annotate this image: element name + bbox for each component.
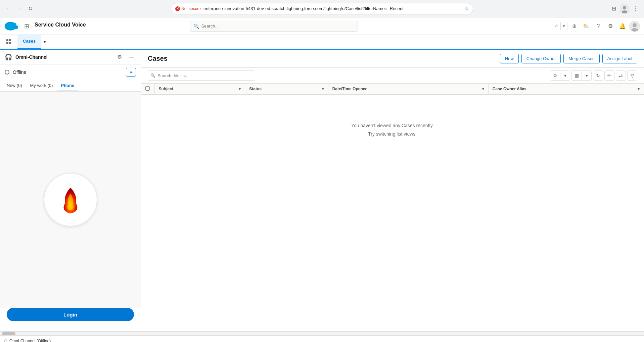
reload-button[interactable]: ↻ [26,4,35,13]
search-input[interactable] [190,21,358,32]
omni-status-dropdown-button[interactable]: ▾ [126,68,136,77]
add-button[interactable]: ⊕ [569,21,580,32]
omni-tab-my-work-label: My work (0) [30,83,53,88]
empty-state-line2: Try switching list views. [368,130,417,138]
nav-apps-button[interactable] [4,37,15,48]
chrome-user-avatar[interactable] [620,4,629,13]
address-bar[interactable]: ✕ Not secure enterprise-innovation-5431-… [171,3,473,14]
settings-button[interactable]: ⚙ [605,21,616,32]
select-all-checkbox[interactable] [145,86,150,91]
empty-state-line1: You haven't viewed any Cases recently. [351,121,434,130]
grid-view-dropdown[interactable]: ▾ [582,70,592,81]
empty-state: You haven't viewed any Cases recently. T… [141,95,644,165]
svg-rect-11 [9,42,11,44]
omni-content-area [0,92,141,308]
omni-tab-new[interactable]: New (0) [3,80,26,91]
omni-login-button[interactable]: Login [7,308,134,321]
th-status[interactable]: Status ▾ [245,84,328,95]
omni-channel-status-item[interactable]: Omni-Channel (Offline) [4,339,51,342]
nav-tab-cases[interactable]: Cases [17,34,41,49]
back-button[interactable]: ← [4,4,13,13]
assign-label-label: Assign Label [607,56,632,61]
th-status-label: Status [249,87,262,91]
refresh-button[interactable]: ↻ [593,70,603,81]
chrome-menu-button[interactable]: ⋮ [631,4,640,13]
svg-rect-10 [6,42,8,44]
favorites-button[interactable]: ☆ [552,22,561,30]
filter-button[interactable]: ▽ [627,70,637,81]
list-search[interactable]: 🔍 [148,70,255,81]
table-header-row: Subject ▾ Status ▾ Date/ [141,84,644,95]
list-search-input[interactable] [148,70,255,81]
list-settings-dropdown[interactable]: ▾ [560,70,570,81]
sort-status-icon: ▾ [322,87,324,91]
url-text: enterprise-innovation-5431-dev-ed.scratc… [203,6,462,11]
nav-more-button[interactable]: ▾ [41,34,49,49]
status-bar: Omni-Channel (Offline) [0,335,644,342]
omni-channel-panel: Cases 🎧 Omni-Channel ⚙ — Offline ▾ New (… [0,50,141,331]
not-secure-icon: ✕ [175,6,180,11]
th-date-opened[interactable]: Date/Time Opened ▾ [328,84,488,95]
grid-view-button[interactable]: ▦ [571,70,582,81]
list-toolbar: 🔍 ⚙ ▾ ▦ ▾ ↻ ✏ ⇄ ▽ [141,68,644,84]
omni-login-label: Login [63,312,77,317]
omni-tab-phone[interactable]: Phone [57,80,78,91]
browser-chrome: ← → ↻ ✕ Not secure enterprise-innovation… [0,0,644,17]
omni-settings-button[interactable]: ⚙ [115,53,124,61]
salesforce-logo [4,20,20,32]
notifications-button[interactable]: 🔔 [617,21,628,32]
search-icon: 🔍 [193,23,199,29]
sort-owner-icon: ▾ [638,87,640,91]
omni-tabs: New (0) My work (0) Phone [0,80,141,92]
global-search[interactable]: 🔍 [190,21,358,32]
extensions-button[interactable]: ⊞ [609,4,618,13]
edit-button[interactable]: ✏ [604,70,614,81]
scroll-bar[interactable] [0,331,644,335]
favorites-dropdown-button[interactable]: ▾ [561,22,567,30]
offline-status-dot [4,339,7,342]
main-content: Cases 🎧 Omni-Channel ⚙ — Offline ▾ New (… [0,50,644,331]
nav-tab-cases-label: Cases [23,39,36,44]
user-avatar[interactable] [629,21,640,32]
svg-point-12 [66,210,75,213]
favorites-group: ☆ ▾ [552,22,567,30]
omni-tab-my-work[interactable]: My work (0) [26,80,57,91]
not-secure-label: Not secure [181,6,201,11]
omni-status-row: Offline ▾ [0,64,141,80]
change-owner-button[interactable]: Change Owner [521,54,561,63]
view-button-group: ▦ ▾ [571,70,592,81]
help-setup-button[interactable]: ⛅ [581,21,592,32]
assign-label-button[interactable]: Assign Label [602,54,637,63]
cases-table: Subject ▾ Status ▾ Date/ [141,84,644,331]
list-settings-button[interactable]: ⚙ [550,70,560,81]
cases-list-content: Cases New Change Owner Merge Cases Assig… [141,50,644,331]
list-search-icon: 🔍 [150,73,155,78]
omni-tab-phone-label: Phone [61,83,74,88]
header-actions: ☆ ▾ ⊕ ⛅ ? ⚙ 🔔 [552,21,640,32]
merge-cases-button[interactable]: Merge Cases [563,54,599,63]
th-subject[interactable]: Subject ▾ [154,84,245,95]
omni-status-text: Offline [13,69,126,75]
app-name: Service Cloud Voice [35,22,86,28]
apps-grid-button[interactable]: ⊞ [24,22,29,30]
new-button[interactable]: New [500,54,519,63]
sync-button[interactable]: ⇄ [616,70,626,81]
omni-channel-status-label: Omni-Channel (Offline) [9,339,51,342]
th-case-owner-alias-label: Case Owner Alias [493,87,526,91]
omni-tab-new-label: New (0) [7,83,22,88]
svg-rect-9 [9,39,11,41]
th-date-opened-label: Date/Time Opened [332,87,368,91]
th-case-owner-alias[interactable]: Case Owner Alias ▾ [488,84,644,95]
omni-minimize-button[interactable]: — [127,53,136,61]
cases-data-table: Subject ▾ Status ▾ Date/ [141,84,644,165]
omni-logo-circle [44,173,97,227]
sort-subject-icon: ▾ [239,87,241,91]
svg-rect-8 [6,39,8,41]
help-button[interactable]: ? [593,21,604,32]
settings-button-group: ⚙ ▾ [550,70,570,81]
new-button-label: New [505,56,514,61]
forward-button[interactable]: → [15,4,24,13]
sort-date-icon: ▾ [482,87,484,91]
cases-page-title: Cases [148,55,168,62]
checkbox-column-header[interactable] [141,84,154,95]
